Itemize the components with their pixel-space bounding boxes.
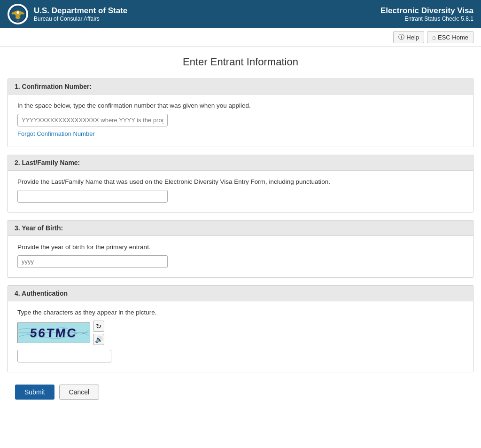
svg-point-3: [16, 16, 20, 19]
captcha-input[interactable]: [17, 350, 111, 362]
nav-bar: ⓘ Help ⌂ ESC Home: [0, 28, 481, 47]
app-subtitle: Entrant Status Check: 5.8.1: [380, 16, 473, 22]
last-name-input[interactable]: [17, 190, 168, 203]
confirmation-section: 1. Confirmation Number: In the space bel…: [8, 79, 473, 147]
captcha-audio-button[interactable]: 🔊: [93, 334, 104, 345]
captcha-text: 56TMC: [30, 326, 78, 340]
app-title: Electronic Diversity Visa: [380, 6, 473, 16]
birth-year-desc: Provide the year of birth for the primar…: [17, 244, 464, 251]
page-title: Enter Entrant Information: [8, 56, 473, 68]
header: ★ U.S. Department of State Bureau of Con…: [0, 0, 481, 28]
home-icon: ⌂: [432, 34, 436, 41]
last-name-desc: Provide the Last/Family Name that was us…: [17, 178, 464, 185]
last-name-header: 2. Last/Family Name:: [8, 155, 473, 171]
captcha-row: 56TMC ↻ 🔊: [17, 321, 464, 345]
authentication-desc: Type the characters as they appear in th…: [17, 309, 464, 316]
authentication-body: Type the characters as they appear in th…: [8, 301, 473, 372]
header-left: ★ U.S. Department of State Bureau of Con…: [8, 4, 127, 24]
last-name-section: 2. Last/Family Name: Provide the Last/Fa…: [8, 155, 473, 212]
birth-year-section: 3. Year of Birth: Provide the year of bi…: [8, 220, 473, 278]
confirmation-body: In the space below, type the confirmatio…: [8, 94, 473, 147]
authentication-section: 4. Authentication Type the characters as…: [8, 285, 473, 372]
captcha-image: 56TMC: [17, 322, 90, 343]
help-button[interactable]: ⓘ Help: [393, 31, 424, 43]
svg-point-6: [16, 11, 19, 14]
agency-logo: ★: [8, 4, 28, 24]
main-content: Enter Entrant Information 1. Confirmatio…: [0, 47, 481, 423]
header-right: Electronic Diversity Visa Entrant Status…: [380, 6, 473, 22]
agency-info: U.S. Department of State Bureau of Consu…: [34, 6, 127, 22]
last-name-body: Provide the Last/Family Name that was us…: [8, 171, 473, 212]
agency-name: U.S. Department of State: [34, 6, 127, 16]
confirmation-desc: In the space below, type the confirmatio…: [17, 102, 464, 109]
birth-year-body: Provide the year of birth for the primar…: [8, 236, 473, 277]
home-label: ESC Home: [438, 34, 468, 41]
forgot-confirmation-link[interactable]: Forgot Confirmation Number: [17, 130, 95, 137]
confirmation-header: 1. Confirmation Number:: [8, 79, 473, 94]
captcha-controls: ↻ 🔊: [93, 321, 104, 345]
help-label: Help: [406, 34, 419, 41]
captcha-refresh-button[interactable]: ↻: [93, 321, 104, 332]
audio-icon: 🔊: [95, 336, 103, 343]
birth-year-input[interactable]: [17, 255, 168, 268]
birth-year-header: 3. Year of Birth:: [8, 220, 473, 236]
confirmation-input[interactable]: [17, 114, 168, 126]
refresh-icon: ↻: [96, 322, 101, 330]
home-button[interactable]: ⌂ ESC Home: [427, 31, 473, 43]
submit-button[interactable]: Submit: [15, 385, 54, 400]
agency-sub: Bureau of Consular Affairs: [34, 16, 127, 22]
form-buttons: Submit Cancel: [8, 380, 473, 409]
help-icon: ⓘ: [398, 33, 404, 41]
authentication-header: 4. Authentication: [8, 286, 473, 301]
cancel-button[interactable]: Cancel: [59, 385, 100, 400]
